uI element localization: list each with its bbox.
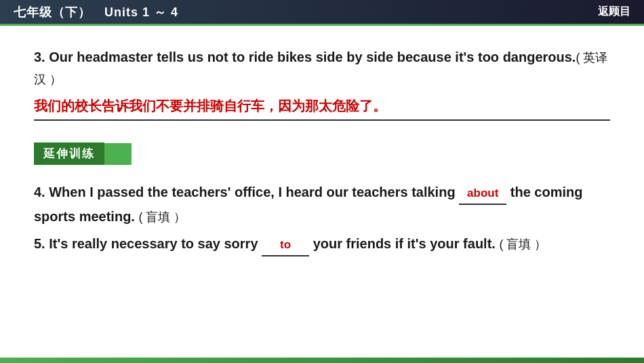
question-5-blank: to [262, 232, 309, 256]
extension-block-decoration [104, 143, 132, 165]
extension-banner: 延伸训练 [34, 142, 132, 165]
question-3-answer: 我们的校长告诉我们不要并排骑自行车，因为那太危险了。 [34, 98, 386, 113]
questions-section: 4. When I passed the teachers' office, I… [34, 180, 610, 256]
question-3: 3. Our headmaster tells us not to ride b… [34, 46, 610, 121]
question-5-hint: ( 盲填 ） [499, 237, 546, 251]
question-5-suffix: your friends if it's your fault. [313, 236, 496, 251]
question-5-prefix: 5. It's really necessary to say sorry [34, 236, 258, 251]
main-content: 3. Our headmaster tells us not to ride b… [0, 26, 644, 274]
extension-label: 延伸训练 [34, 142, 104, 165]
header-grade: 七年级（下） [14, 4, 91, 20]
question-3-text: 3. Our headmaster tells us not to ride b… [34, 46, 610, 90]
header-units: Units 1 ～ 4 [104, 4, 178, 20]
question-5-answer: to [280, 238, 291, 251]
question-4-prefix: 4. When I passed the teachers' office, I… [34, 185, 456, 199]
header-left: 七年级（下） Units 1 ～ 4 [14, 4, 178, 20]
back-button[interactable]: 返顾目 [598, 5, 630, 19]
header: 七年级（下） Units 1 ～ 4 返顾目 [0, 0, 644, 26]
bottom-accent-bar [0, 358, 644, 363]
question-3-answer-container: 我们的校长告诉我们不要并排骑自行车，因为那太危险了。 [34, 95, 610, 121]
question-5: 5. It's really necessary to say sorry to… [34, 232, 610, 256]
question-4-blank: about [459, 180, 506, 205]
question-4-hint: ( 盲填 ） [138, 210, 186, 224]
question-4-answer: about [467, 187, 498, 199]
question-4: 4. When I passed the teachers' office, I… [34, 180, 610, 228]
